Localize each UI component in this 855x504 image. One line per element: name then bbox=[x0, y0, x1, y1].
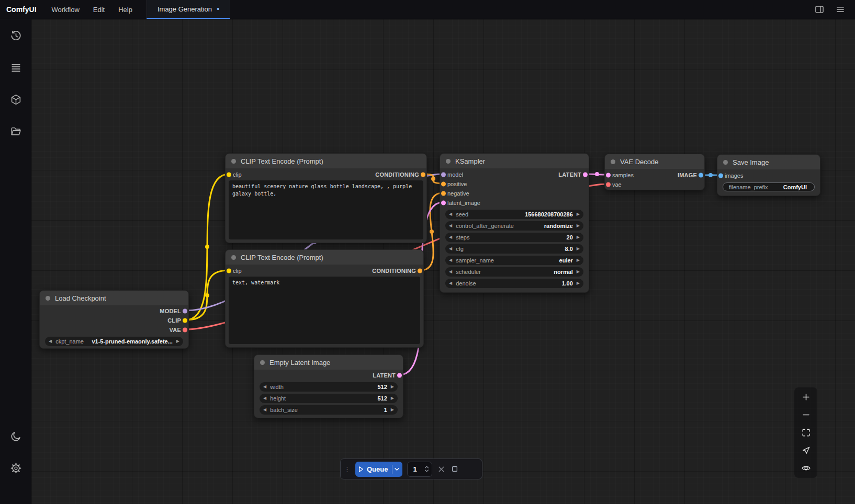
node-header[interactable]: CLIP Text Encode (Prompt) bbox=[226, 154, 426, 168]
input-port-negative[interactable] bbox=[441, 191, 446, 196]
menu-edit[interactable]: Edit bbox=[86, 0, 111, 19]
output-port-latent[interactable] bbox=[397, 373, 402, 378]
collapse-dot-icon[interactable] bbox=[46, 296, 50, 301]
theme-moon-icon[interactable] bbox=[6, 430, 25, 442]
right-arrow-icon[interactable]: ▶ bbox=[391, 408, 394, 412]
workflow-canvas[interactable]: Load Checkpoint MODEL CLIP VAE ◀ ckpt_na… bbox=[31, 19, 855, 504]
input-port-images[interactable] bbox=[718, 174, 723, 178]
queue-button[interactable]: Queue bbox=[355, 462, 402, 477]
widget-filename-prefix[interactable]: filename_prefix ComfyUI bbox=[723, 182, 815, 191]
output-port-model[interactable] bbox=[183, 309, 187, 314]
node-header[interactable]: Save Image bbox=[717, 155, 820, 169]
select-mode-button[interactable] bbox=[800, 445, 812, 455]
widget-height[interactable]: ◀ height 512 ▶ bbox=[260, 394, 398, 403]
right-arrow-icon[interactable]: ▶ bbox=[391, 385, 394, 389]
output-port-conditioning[interactable] bbox=[418, 269, 422, 273]
widget-control-after-generate[interactable]: ◀ control_after_generate randomize ▶ bbox=[445, 221, 583, 231]
node-empty-latent-image[interactable]: Empty Latent Image LATENT ◀ width 512 ▶ … bbox=[254, 354, 403, 418]
widget-cfg[interactable]: ◀ cfg 8.0 ▶ bbox=[445, 244, 583, 254]
right-arrow-icon[interactable]: ▶ bbox=[577, 247, 580, 251]
node-header[interactable]: KSampler bbox=[440, 154, 589, 168]
right-arrow-icon[interactable]: ▶ bbox=[577, 224, 580, 228]
node-header[interactable]: CLIP Text Encode (Prompt) bbox=[226, 250, 423, 265]
input-port-latent-image[interactable] bbox=[441, 201, 446, 205]
stop-button[interactable] bbox=[451, 465, 459, 473]
left-arrow-icon[interactable]: ◀ bbox=[449, 235, 452, 239]
hamburger-menu-icon[interactable] bbox=[835, 4, 846, 15]
prompt-textarea[interactable]: beautiful scenery nature glass bottle la… bbox=[229, 180, 423, 239]
left-arrow-icon[interactable]: ◀ bbox=[449, 270, 452, 274]
zoom-in-button[interactable] bbox=[800, 392, 812, 402]
batch-count-input[interactable]: 1 bbox=[407, 462, 432, 477]
right-arrow-icon[interactable]: ▶ bbox=[391, 396, 394, 400]
output-port-conditioning[interactable] bbox=[421, 173, 425, 177]
input-port-clip[interactable] bbox=[227, 173, 231, 177]
tab-image-generation[interactable]: Image Generation ● bbox=[147, 0, 231, 19]
zoom-out-button[interactable] bbox=[800, 410, 812, 420]
widget-batch-size[interactable]: ◀ batch_size 1 ▶ bbox=[260, 405, 398, 415]
widget-sampler-name[interactable]: ◀ sampler_name euler ▶ bbox=[445, 256, 583, 265]
node-ksampler[interactable]: KSampler model LATENT positive negative … bbox=[440, 153, 589, 293]
input-port-samples[interactable] bbox=[606, 173, 611, 178]
node-vae-decode[interactable]: VAE Decode samples IMAGE vae bbox=[604, 154, 705, 190]
widget-scheduler[interactable]: ◀ scheduler normal ▶ bbox=[445, 267, 583, 277]
queue-history-icon[interactable] bbox=[6, 29, 25, 42]
panel-toggle-icon[interactable] bbox=[814, 4, 825, 15]
left-arrow-icon[interactable]: ◀ bbox=[49, 339, 52, 343]
collapse-dot-icon[interactable] bbox=[231, 255, 236, 260]
menu-workflow[interactable]: Workflow bbox=[45, 0, 86, 19]
input-port-positive[interactable] bbox=[441, 182, 446, 187]
chevron-down-icon[interactable] bbox=[424, 469, 429, 472]
node-header[interactable]: VAE Decode bbox=[605, 154, 704, 169]
input-port-clip[interactable] bbox=[227, 269, 231, 273]
fit-view-button[interactable] bbox=[800, 428, 812, 438]
left-arrow-icon[interactable]: ◀ bbox=[449, 224, 452, 228]
left-arrow-icon[interactable]: ◀ bbox=[449, 281, 452, 285]
output-port-image[interactable] bbox=[699, 173, 703, 178]
chevron-down-icon[interactable] bbox=[392, 465, 401, 474]
right-arrow-icon[interactable]: ▶ bbox=[577, 270, 580, 274]
output-port-vae[interactable] bbox=[183, 328, 187, 333]
toggle-visibility-button[interactable] bbox=[800, 463, 812, 473]
node-header[interactable]: Empty Latent Image bbox=[254, 355, 403, 370]
widget-seed[interactable]: ◀ seed 156680208700286 ▶ bbox=[445, 210, 583, 219]
right-arrow-icon[interactable]: ▶ bbox=[577, 235, 580, 239]
settings-gear-icon[interactable] bbox=[6, 462, 25, 474]
left-arrow-icon[interactable]: ◀ bbox=[263, 408, 266, 412]
left-arrow-icon[interactable]: ◀ bbox=[449, 247, 452, 251]
right-arrow-icon[interactable]: ▶ bbox=[577, 281, 580, 285]
right-arrow-icon[interactable]: ▶ bbox=[577, 258, 580, 262]
node-header[interactable]: Load Checkpoint bbox=[40, 291, 188, 305]
collapse-dot-icon[interactable] bbox=[723, 160, 728, 165]
node-load-checkpoint[interactable]: Load Checkpoint MODEL CLIP VAE ◀ ckpt_na… bbox=[39, 290, 189, 349]
widget-width[interactable]: ◀ width 512 ▶ bbox=[260, 382, 398, 392]
prompt-textarea[interactable]: text, watermark bbox=[229, 277, 420, 344]
output-port-latent[interactable] bbox=[583, 173, 588, 177]
widget-steps[interactable]: ◀ steps 20 ▶ bbox=[445, 233, 583, 242]
collapse-dot-icon[interactable] bbox=[611, 159, 615, 164]
output-port-clip[interactable] bbox=[183, 318, 187, 323]
left-arrow-icon[interactable]: ◀ bbox=[263, 385, 266, 389]
node-library-icon[interactable] bbox=[6, 61, 25, 74]
right-arrow-icon[interactable]: ▶ bbox=[176, 339, 179, 343]
left-arrow-icon[interactable]: ◀ bbox=[449, 258, 452, 262]
input-port-vae[interactable] bbox=[606, 182, 611, 187]
collapse-dot-icon[interactable] bbox=[446, 159, 451, 164]
model-library-icon[interactable] bbox=[6, 93, 25, 106]
widget-ckpt-name[interactable]: ◀ ckpt_name v1-5-pruned-emaonly.safete..… bbox=[45, 337, 183, 346]
node-save-image[interactable]: Save Image images filename_prefix ComfyU… bbox=[717, 154, 820, 196]
workflows-folder-icon[interactable] bbox=[6, 125, 25, 138]
left-arrow-icon[interactable]: ◀ bbox=[263, 396, 266, 400]
input-port-model[interactable] bbox=[441, 173, 446, 177]
left-arrow-icon[interactable]: ◀ bbox=[449, 212, 452, 216]
chevron-up-icon[interactable] bbox=[424, 466, 429, 468]
widget-denoise[interactable]: ◀ denoise 1.00 ▶ bbox=[445, 279, 583, 288]
right-arrow-icon[interactable]: ▶ bbox=[577, 212, 580, 216]
count-stepper[interactable] bbox=[424, 466, 429, 472]
clear-queue-button[interactable] bbox=[437, 465, 446, 474]
drag-handle-icon[interactable]: ⋮ bbox=[344, 466, 351, 473]
node-clip-text-encode-positive[interactable]: CLIP Text Encode (Prompt) clip CONDITION… bbox=[225, 153, 427, 243]
collapse-dot-icon[interactable] bbox=[231, 159, 236, 164]
node-clip-text-encode-negative[interactable]: CLIP Text Encode (Prompt) clip CONDITION… bbox=[225, 249, 424, 348]
collapse-dot-icon[interactable] bbox=[260, 360, 265, 365]
